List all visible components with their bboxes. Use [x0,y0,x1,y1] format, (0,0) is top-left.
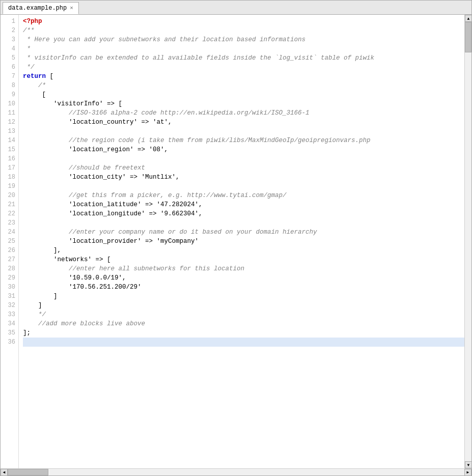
code-line: 'visitorInfo' => [ [23,99,464,108]
scroll-down-button[interactable]: ▼ [465,461,471,468]
code-line: //enter here all subnetworks for this lo… [23,264,464,273]
code-line: 'location_latitude' => '47.282024', [23,200,464,209]
code-line: //enter your company name or do it based… [23,228,464,237]
code-line [23,218,464,228]
code-line: 'location_provider' => 'myCompany' [23,237,464,246]
code-line: */ [23,63,464,72]
code-line: * Here you can add your subnetworks and … [23,35,464,44]
line-number: 35 [5,328,15,338]
line-number: 14 [5,136,15,145]
code-line: //get this from a picker, e.g. http://ww… [23,191,464,200]
code-line [23,154,464,163]
code-line: 'networks' => [ [23,255,464,264]
line-number: 12 [5,118,15,127]
line-number: 16 [5,154,15,163]
code-line [23,127,464,136]
code-line: //ISO-3166 alpha-2 code http://en.wikipe… [23,108,464,118]
vertical-scrollbar[interactable]: ▲ ▼ [464,15,471,468]
line-number: 11 [5,108,15,118]
tab-close-button[interactable]: × [70,6,73,11]
line-number: 6 [5,63,15,72]
tab-filename: data.example.php [8,5,67,12]
code-line: '10.59.0.0/19', [23,273,464,283]
line-number: 21 [5,200,15,209]
main-content-area: 1234567891011121314151617181920212223242… [1,15,471,475]
tab-bar: data.example.php × [1,1,471,15]
code-line: //should be freetext [23,163,464,173]
editor-content-area: 1234567891011121314151617181920212223242… [1,15,471,468]
line-number: 34 [5,319,15,328]
line-number: 31 [5,292,15,301]
code-line: //add more blocks live above [23,319,464,328]
line-number: 29 [5,273,15,283]
scroll-track-v[interactable] [465,22,471,461]
editor-body: 1234567891011121314151617181920212223242… [1,15,471,475]
line-number: 15 [5,145,15,154]
code-area[interactable]: <?php/** * Here you can add your subnetw… [19,15,464,468]
line-number: 20 [5,191,15,200]
code-line: ] [23,292,464,301]
code-line: '170.56.251.200/29' [23,283,464,292]
code-line: * visitorInfo can be extended to all ava… [23,53,464,63]
code-line: ] [23,301,464,310]
code-line: /* [23,81,464,90]
line-number: 33 [5,310,15,319]
scroll-thumb-v[interactable] [465,22,471,52]
scroll-track-h[interactable] [8,469,464,475]
code-line: /** [23,26,464,35]
horizontal-scrollbar[interactable]: ◀ ▶ [1,468,471,475]
line-number: 22 [5,209,15,218]
line-number: 19 [5,182,15,191]
line-number: 24 [5,228,15,237]
line-number: 26 [5,246,15,255]
editor-tab[interactable]: data.example.php × [3,2,79,14]
line-number: 18 [5,173,15,182]
code-line: return [ [23,72,464,81]
code-line: 'location_region' => '08', [23,145,464,154]
line-number: 17 [5,163,15,173]
editor-window: data.example.php × 123456789101112131415… [0,0,472,476]
line-number: 8 [5,81,15,90]
line-number: 1 [5,17,15,26]
code-line: //the region code (i take them from piwi… [23,136,464,145]
code-line: 'location_country' => 'at', [23,118,464,127]
scroll-left-button[interactable]: ◀ [1,469,8,476]
code-line: 'location_city' => 'Muntlix', [23,173,464,182]
scroll-down-icon: ▼ [467,463,470,467]
code-line [23,338,464,347]
code-line: * [23,44,464,53]
scroll-thumb-h[interactable] [8,469,48,475]
line-number: 32 [5,301,15,310]
line-number: 10 [5,99,15,108]
code-line [23,182,464,191]
line-number: 9 [5,90,15,99]
line-numbers: 1234567891011121314151617181920212223242… [1,15,19,468]
line-number: 2 [5,26,15,35]
code-line: */ [23,310,464,319]
code-line: ]; [23,328,464,338]
line-number: 28 [5,264,15,273]
line-number: 23 [5,218,15,228]
line-number: 27 [5,255,15,264]
line-number: 4 [5,44,15,53]
scroll-up-button[interactable]: ▲ [465,15,471,22]
line-number: 30 [5,283,15,292]
scroll-up-icon: ▲ [467,16,470,21]
code-line: ], [23,246,464,255]
code-line: [ [23,90,464,99]
line-number: 25 [5,237,15,246]
scroll-right-button[interactable]: ▶ [464,469,471,476]
line-number: 7 [5,72,15,81]
line-number: 3 [5,35,15,44]
code-line: <?php [23,17,464,26]
scroll-left-icon: ◀ [3,470,6,474]
code-line: 'location_longitude' => '9.662304', [23,209,464,218]
scroll-right-icon: ▶ [467,470,469,474]
line-number: 13 [5,127,15,136]
line-number: 5 [5,53,15,63]
line-number: 36 [5,338,15,347]
